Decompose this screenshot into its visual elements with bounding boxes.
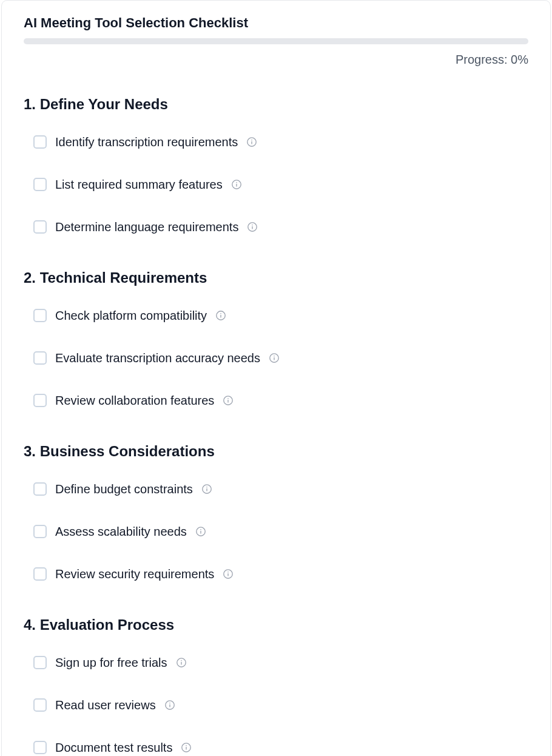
checklist-item: Define budget constraints bbox=[33, 476, 528, 502]
svg-point-4 bbox=[236, 182, 237, 183]
checklist-item: Determine language requirements bbox=[33, 214, 528, 240]
checklist-item: Check platform compatibility bbox=[33, 302, 528, 329]
checkbox[interactable] bbox=[33, 567, 47, 581]
checkbox[interactable] bbox=[33, 741, 47, 754]
svg-point-13 bbox=[274, 356, 275, 357]
progress-bar bbox=[24, 38, 528, 44]
checklist-item: Assess scalability needs bbox=[33, 518, 528, 545]
item-label: Define budget constraints bbox=[55, 482, 193, 496]
info-icon[interactable] bbox=[201, 484, 212, 494]
item-label: Sign up for free trials bbox=[55, 655, 167, 670]
section-title: 4. Evaluation Process bbox=[24, 616, 528, 633]
item-label: Read user reviews bbox=[55, 698, 156, 712]
checkbox[interactable] bbox=[33, 309, 47, 322]
checklist-item: Review collaboration features bbox=[33, 387, 528, 414]
info-icon[interactable] bbox=[231, 179, 242, 190]
checkbox[interactable] bbox=[33, 482, 47, 496]
section-technical: 2. Technical Requirements Check platform… bbox=[24, 269, 528, 414]
section-items: Define budget constraints Assess scalabi… bbox=[24, 476, 528, 587]
progress-label: Progress: 0% bbox=[456, 53, 528, 67]
checkbox[interactable] bbox=[33, 135, 47, 149]
checklist-item: Review security requirements bbox=[33, 561, 528, 587]
checklist-item: Document test results bbox=[33, 734, 528, 756]
item-label: List required summary features bbox=[55, 177, 223, 192]
checklist-card: AI Meeting Tool Selection Checklist Prog… bbox=[1, 0, 551, 756]
checklist-item: List required summary features bbox=[33, 171, 528, 198]
info-icon[interactable] bbox=[195, 526, 206, 537]
section-title: 2. Technical Requirements bbox=[24, 269, 528, 286]
info-icon[interactable] bbox=[164, 700, 175, 710]
info-icon[interactable] bbox=[181, 742, 192, 753]
section-evaluation: 4. Evaluation Process Sign up for free t… bbox=[24, 616, 528, 756]
progress-row: Progress: 0% bbox=[24, 53, 528, 67]
checklist-item: Sign up for free trials bbox=[33, 649, 528, 676]
item-label: Evaluate transcription accuracy needs bbox=[55, 351, 260, 365]
section-define-needs: 1. Define Your Needs Identify transcript… bbox=[24, 96, 528, 240]
svg-point-28 bbox=[181, 660, 182, 661]
svg-point-16 bbox=[228, 398, 229, 399]
item-label: Check platform compatibility bbox=[55, 308, 207, 323]
svg-point-7 bbox=[252, 224, 254, 226]
section-title: 1. Define Your Needs bbox=[24, 96, 528, 113]
section-business: 3. Business Considerations Define budget… bbox=[24, 443, 528, 587]
svg-point-22 bbox=[200, 529, 201, 530]
item-label: Identify transcription requirements bbox=[55, 135, 238, 149]
checkbox[interactable] bbox=[33, 656, 47, 669]
info-icon[interactable] bbox=[246, 137, 257, 147]
info-icon[interactable] bbox=[215, 310, 226, 321]
info-icon[interactable] bbox=[176, 657, 187, 668]
section-title: 3. Business Considerations bbox=[24, 443, 528, 460]
checklist-item: Read user reviews bbox=[33, 692, 528, 718]
section-items: Identify transcription requirements List… bbox=[24, 129, 528, 240]
svg-point-1 bbox=[251, 140, 252, 141]
item-label: Review security requirements bbox=[55, 567, 214, 581]
item-label: Determine language requirements bbox=[55, 220, 238, 234]
info-icon[interactable] bbox=[269, 353, 280, 363]
svg-point-25 bbox=[228, 572, 229, 573]
section-items: Check platform compatibility Evaluate tr… bbox=[24, 302, 528, 414]
item-label: Assess scalability needs bbox=[55, 524, 187, 539]
checklist-item: Evaluate transcription accuracy needs bbox=[33, 345, 528, 371]
checkbox[interactable] bbox=[33, 351, 47, 365]
section-items: Sign up for free trials Read user review… bbox=[24, 649, 528, 756]
checkbox[interactable] bbox=[33, 178, 47, 191]
checkbox[interactable] bbox=[33, 220, 47, 234]
svg-point-10 bbox=[220, 313, 221, 314]
svg-point-31 bbox=[169, 703, 170, 704]
svg-point-19 bbox=[206, 487, 207, 488]
checklist-item: Identify transcription requirements bbox=[33, 129, 528, 155]
checklist-title: AI Meeting Tool Selection Checklist bbox=[24, 15, 528, 31]
item-label: Review collaboration features bbox=[55, 393, 214, 408]
info-icon[interactable] bbox=[247, 221, 258, 232]
item-label: Document test results bbox=[55, 740, 172, 755]
checkbox[interactable] bbox=[33, 525, 47, 538]
checkbox[interactable] bbox=[33, 698, 47, 712]
info-icon[interactable] bbox=[223, 569, 234, 579]
svg-point-34 bbox=[186, 745, 187, 746]
info-icon[interactable] bbox=[223, 395, 234, 406]
checkbox[interactable] bbox=[33, 394, 47, 407]
